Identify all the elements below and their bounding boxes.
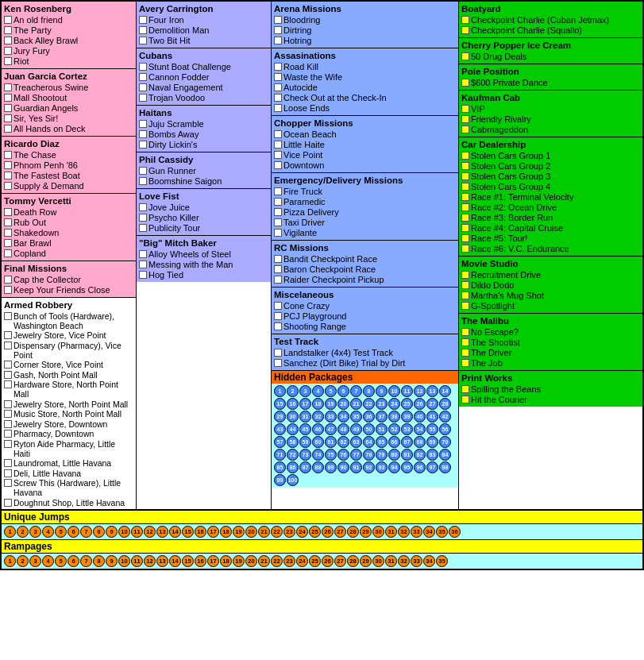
checkbox[interactable]: [461, 349, 469, 357]
jump-circle[interactable]: 34: [423, 526, 435, 538]
package-circle[interactable]: 99: [274, 474, 286, 486]
package-circle[interactable]: 13: [426, 385, 438, 397]
checkbox[interactable]: [274, 322, 282, 330]
checkbox[interactable]: [274, 187, 282, 195]
package-circle[interactable]: 9: [376, 385, 388, 397]
rampage-circle[interactable]: 13: [156, 555, 168, 567]
package-circle[interactable]: 1: [274, 385, 286, 397]
checkbox[interactable]: [139, 130, 147, 138]
checkbox[interactable]: [461, 162, 469, 170]
rampage-circle[interactable]: 22: [271, 555, 283, 567]
package-circle[interactable]: 10: [388, 385, 400, 397]
package-circle[interactable]: 96: [414, 461, 426, 473]
package-circle[interactable]: 57: [274, 436, 286, 448]
package-circle[interactable]: 35: [350, 411, 362, 423]
package-circle[interactable]: 22: [363, 398, 375, 410]
rampage-circle[interactable]: 16: [195, 555, 206, 567]
package-circle[interactable]: 30: [287, 411, 299, 423]
rampage-circle[interactable]: 20: [245, 555, 257, 567]
checkbox[interactable]: [4, 276, 12, 284]
jump-circle[interactable]: 32: [398, 526, 410, 538]
package-circle[interactable]: 78: [363, 449, 375, 461]
checkbox[interactable]: [274, 265, 282, 273]
package-circle[interactable]: 3: [299, 385, 311, 397]
package-circle[interactable]: 45: [299, 423, 311, 435]
package-circle[interactable]: 54: [414, 423, 426, 435]
rampage-circle[interactable]: 27: [334, 555, 346, 567]
package-circle[interactable]: 80: [388, 449, 400, 461]
checkbox[interactable]: [461, 105, 469, 113]
checkbox[interactable]: [139, 203, 147, 211]
checkbox[interactable]: [274, 359, 282, 367]
package-circle[interactable]: 52: [388, 423, 400, 435]
jump-circle[interactable]: 22: [271, 526, 283, 538]
checkbox[interactable]: [4, 161, 12, 169]
jump-circle[interactable]: 13: [156, 526, 168, 538]
package-circle[interactable]: 32: [312, 411, 324, 423]
package-circle[interactable]: 18: [312, 398, 324, 410]
checkbox[interactable]: [4, 104, 12, 112]
checkbox[interactable]: [461, 16, 469, 24]
package-circle[interactable]: 49: [350, 423, 362, 435]
checkbox[interactable]: [274, 26, 282, 34]
checkbox[interactable]: [274, 276, 282, 284]
package-circle[interactable]: 36: [363, 411, 375, 423]
package-circle[interactable]: 86: [287, 461, 299, 473]
package-circle[interactable]: 79: [376, 449, 388, 461]
package-circle[interactable]: 71: [274, 449, 286, 461]
package-circle[interactable]: 58: [287, 436, 299, 448]
checkbox[interactable]: [274, 229, 282, 237]
package-circle[interactable]: 25: [401, 398, 413, 410]
package-circle[interactable]: 59: [299, 436, 311, 448]
checkbox[interactable]: [461, 328, 469, 336]
jump-circle[interactable]: 16: [195, 526, 206, 538]
rampage-circle[interactable]: 12: [144, 555, 156, 567]
checkbox[interactable]: [461, 385, 469, 393]
checkbox[interactable]: [461, 302, 469, 310]
rampage-circle[interactable]: 30: [372, 555, 384, 567]
checkbox[interactable]: [274, 104, 282, 112]
package-circle[interactable]: 74: [312, 449, 324, 461]
jump-circle[interactable]: 35: [436, 526, 448, 538]
rampage-circle[interactable]: 25: [309, 555, 321, 567]
package-circle[interactable]: 8: [363, 385, 375, 397]
checkbox[interactable]: [139, 177, 147, 185]
package-circle[interactable]: 92: [363, 461, 375, 473]
package-circle[interactable]: 15: [274, 398, 286, 410]
package-circle[interactable]: 5: [325, 385, 337, 397]
jump-circle[interactable]: 11: [131, 526, 143, 538]
jump-circle[interactable]: 21: [258, 526, 270, 538]
package-circle[interactable]: 94: [388, 461, 400, 473]
rampage-circle[interactable]: 28: [347, 555, 359, 567]
rampage-circle[interactable]: 24: [296, 555, 308, 567]
package-circle[interactable]: 23: [376, 398, 388, 410]
jump-circle[interactable]: 19: [233, 526, 245, 538]
checkbox[interactable]: [139, 214, 147, 222]
checkbox[interactable]: [4, 114, 12, 122]
rampage-circle[interactable]: 23: [283, 555, 295, 567]
rampage-circle[interactable]: 14: [169, 555, 181, 567]
checkbox[interactable]: [4, 420, 12, 428]
package-circle[interactable]: 34: [337, 411, 349, 423]
checkbox[interactable]: [139, 26, 147, 34]
rampage-circle[interactable]: 3: [29, 555, 41, 567]
package-circle[interactable]: 19: [325, 398, 337, 410]
checkbox[interactable]: [461, 214, 469, 222]
checkbox[interactable]: [139, 73, 147, 81]
rampage-circle[interactable]: 2: [17, 555, 29, 567]
package-circle[interactable]: 91: [350, 461, 362, 473]
package-circle[interactable]: 51: [376, 423, 388, 435]
package-circle[interactable]: 60: [312, 436, 324, 448]
package-circle[interactable]: 100: [287, 474, 299, 486]
package-circle[interactable]: 95: [401, 461, 413, 473]
package-circle[interactable]: 68: [414, 436, 426, 448]
package-circle[interactable]: 82: [414, 449, 426, 461]
checkbox[interactable]: [461, 172, 469, 180]
rampage-circle[interactable]: 35: [436, 555, 448, 567]
package-circle[interactable]: 65: [376, 436, 388, 448]
package-circle[interactable]: 85: [274, 461, 286, 473]
package-circle[interactable]: 70: [439, 436, 451, 448]
package-circle[interactable]: 21: [350, 398, 362, 410]
checkbox[interactable]: [274, 94, 282, 102]
package-circle[interactable]: 44: [287, 423, 299, 435]
